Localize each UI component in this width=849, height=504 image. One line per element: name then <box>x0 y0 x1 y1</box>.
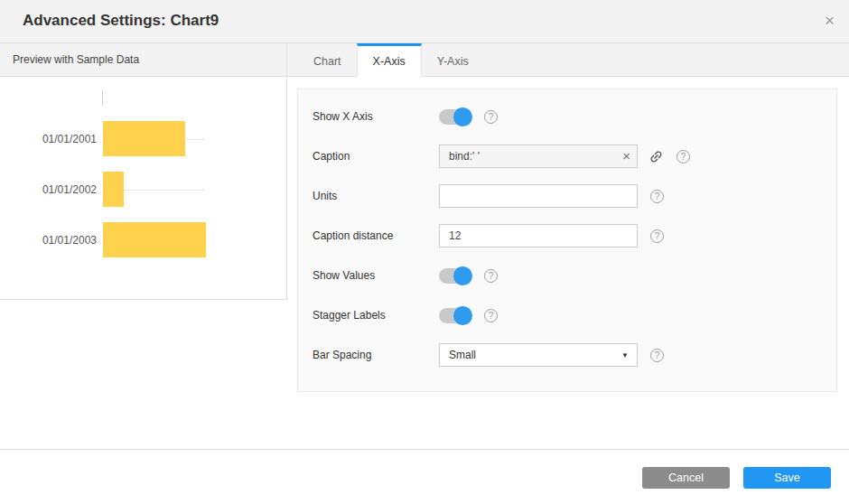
tab-y-axis-label: Y-Axis <box>437 55 469 68</box>
bar-spacing-value: Small <box>449 349 476 361</box>
help-icon[interactable]: ? <box>484 309 498 322</box>
clear-icon[interactable]: × <box>622 148 630 164</box>
row-caption: Caption × ? <box>298 136 836 176</box>
caption-input[interactable] <box>439 145 638 168</box>
save-button[interactable]: Save <box>743 467 831 489</box>
bar-spacing-label: Bar Spacing <box>313 349 439 361</box>
toggle-thumb <box>453 306 472 325</box>
row-bar-spacing: Bar Spacing Small ▼ ? <box>298 335 836 375</box>
link-icon[interactable] <box>648 149 664 164</box>
row-show-values: Show Values ? <box>298 256 836 295</box>
tab-x-axis[interactable]: X-Axis <box>357 43 422 77</box>
row-caption-distance: Caption distance ? <box>298 216 836 256</box>
help-icon[interactable]: ? <box>650 349 664 362</box>
chart-bar <box>103 121 185 156</box>
chart-bar <box>103 222 206 257</box>
help-icon[interactable]: ? <box>650 190 664 203</box>
units-label: Units <box>313 190 439 202</box>
show-x-axis-toggle[interactable] <box>439 109 471 125</box>
advanced-settings-dialog: Advanced Settings: Chart9 × Preview with… <box>0 0 849 504</box>
chevron-down-icon: ▼ <box>621 351 629 359</box>
toggle-thumb <box>453 266 472 285</box>
x-axis-settings-panel: Show X Axis ? Caption × ? Units ? Captio… <box>297 89 837 392</box>
stagger-labels-toggle[interactable] <box>439 308 471 323</box>
show-values-label: Show Values <box>313 269 439 282</box>
tab-y-axis[interactable]: Y-Axis <box>422 43 484 77</box>
tab-chart[interactable]: Chart <box>298 43 357 77</box>
chart-axis-stub <box>102 90 103 106</box>
row-units: Units ? <box>298 176 836 216</box>
tab-spacer <box>287 43 298 77</box>
tab-bar: Chart X-Axis Y-Axis <box>287 43 849 77</box>
cancel-button[interactable]: Cancel <box>642 467 730 489</box>
caption-label: Caption <box>313 150 439 163</box>
tab-chart-label: Chart <box>313 55 341 68</box>
chart-bar <box>103 172 124 207</box>
caption-input-wrap: × <box>439 145 638 168</box>
row-stagger-labels: Stagger Labels ? <box>298 295 836 335</box>
chart-preview: 01/01/200101/01/200201/01/2003 <box>0 78 287 300</box>
row-show-x-axis: Show X Axis ? <box>298 97 836 136</box>
tab-x-axis-label: X-Axis <box>373 55 406 68</box>
caption-distance-input[interactable] <box>439 224 638 247</box>
chart-category-label: 01/01/2002 <box>0 182 97 197</box>
toggle-thumb <box>453 107 472 126</box>
help-icon[interactable]: ? <box>650 229 664 243</box>
chart-category-label: 01/01/2003 <box>0 233 97 247</box>
dialog-title-bar: Advanced Settings: Chart9 × <box>0 0 849 43</box>
bar-spacing-select[interactable]: Small ▼ <box>439 343 638 367</box>
caption-distance-label: Caption distance <box>313 229 439 242</box>
close-icon[interactable]: × <box>825 10 835 32</box>
show-values-toggle[interactable] <box>439 268 471 284</box>
help-icon[interactable]: ? <box>484 110 498 124</box>
preview-header-label: Preview with Sample Data <box>13 53 139 66</box>
dialog-title: Advanced Settings: Chart9 <box>23 12 219 30</box>
units-input[interactable] <box>439 184 638 208</box>
stagger-labels-label: Stagger Labels <box>313 309 439 322</box>
footer-divider <box>0 449 849 450</box>
chart-category-label: 01/01/2001 <box>0 132 97 146</box>
help-icon[interactable]: ? <box>484 269 498 283</box>
tab-filler <box>484 43 849 77</box>
preview-header: Preview with Sample Data <box>0 43 287 77</box>
show-x-axis-label: Show X Axis <box>313 110 439 123</box>
help-icon[interactable]: ? <box>676 150 690 163</box>
